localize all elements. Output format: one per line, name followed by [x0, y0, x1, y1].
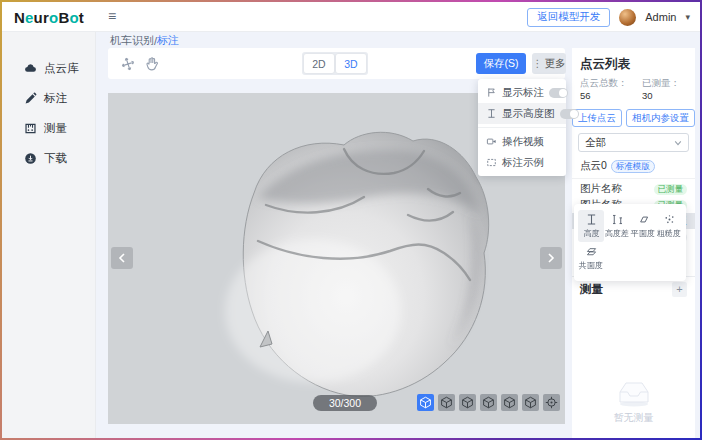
view-cube-right-button[interactable] [501, 394, 518, 411]
image-name: 图片名称 [580, 182, 654, 196]
menu-item-show-annotation[interactable]: 显示标注 [478, 82, 566, 103]
panel-divider [572, 178, 695, 179]
view-orientation-bar [417, 394, 560, 411]
next-image-button[interactable] [540, 247, 562, 269]
measured-badge: 已测量 [654, 184, 688, 195]
empty-text: 暂无测量 [614, 411, 654, 425]
view-2d-button[interactable]: 2D [304, 54, 334, 73]
tool-height-diff[interactable]: 高度差 [604, 210, 630, 242]
image-list-item[interactable]: 图片名称 已测量 [572, 181, 695, 197]
cloud-group-row[interactable]: 点云0 标准模版 [572, 152, 695, 178]
empty-box-icon [614, 378, 654, 408]
image-counter-badge: 30/300 [313, 395, 377, 411]
measured-value: 30 [642, 90, 653, 101]
tool-label: 平面度 [631, 228, 655, 239]
tool-flatness[interactable]: 平面度 [630, 210, 656, 242]
view-cube-back-button[interactable] [459, 394, 476, 411]
screenshot-frame: NeuroBot ≡ 返回模型开发 Admin ▾ 点云库 标注 测 [0, 0, 702, 440]
menu-item-annotation-example[interactable]: 标注示例 [478, 152, 566, 173]
tool-label: 粗糙度 [657, 228, 681, 239]
chevron-down-icon[interactable]: ▾ [685, 12, 690, 22]
total-label: 点云总数： [580, 77, 628, 88]
sidebar-item-download[interactable]: 下载 [2, 146, 95, 170]
tool-coplanarity[interactable]: 共面度 [578, 242, 604, 274]
sidebar-item-measure[interactable]: 测量 [2, 116, 95, 140]
chevron-down-icon [674, 139, 682, 147]
prev-image-button[interactable] [111, 247, 133, 269]
more-dropdown-menu: 显示标注 显示高度图 操作视频 标注示例 [478, 79, 566, 176]
tool-height[interactable]: 高度 [578, 210, 604, 242]
frame-icon [486, 157, 497, 168]
view-cube-iso-button[interactable] [417, 394, 434, 411]
upload-pointcloud-button[interactable]: 上传点云 [572, 109, 622, 127]
tool-label: 共面度 [579, 260, 603, 271]
pan-tool-icon[interactable] [120, 56, 136, 72]
sidebar-item-pointcloud-library[interactable]: 点云库 [2, 56, 95, 80]
height-diff-icon [611, 213, 624, 226]
more-dots-icon: ⋮ [533, 58, 543, 69]
measured-label: 已测量： [642, 77, 680, 88]
panel-stats: 点云总数：56 已测量：30 [572, 77, 695, 101]
canvas-toolbar: 2D 3D 保存(S) ⋮ 更多 [108, 48, 565, 79]
breadcrumb: 机车识别 / 标注 [110, 33, 179, 48]
app-header: NeuroBot ≡ 返回模型开发 Admin ▾ [2, 2, 700, 32]
tool-label: 高度 [583, 228, 599, 239]
sidebar-item-label: 测量 [44, 121, 67, 136]
video-icon [486, 136, 497, 147]
logo-letter-accent: o [49, 9, 58, 26]
user-name[interactable]: Admin [645, 11, 676, 23]
tool-roughness[interactable]: 粗糙度 [656, 210, 682, 242]
more-button[interactable]: ⋮ 更多 [532, 53, 566, 74]
template-badge: 标准模版 [611, 160, 655, 173]
empty-state: 暂无测量 [572, 378, 695, 425]
measure-tool-palette: 高度 高度差 平面度 粗糙度 共面度 [574, 204, 686, 281]
menu-item-label: 标注示例 [502, 156, 558, 170]
download-icon [23, 151, 37, 165]
total-value: 56 [580, 90, 591, 101]
sidebar: 点云库 标注 测量 下载 [2, 32, 96, 438]
show-heightmap-toggle[interactable] [560, 109, 579, 119]
avatar[interactable] [619, 9, 636, 26]
show-annotation-toggle[interactable] [549, 88, 568, 98]
view-reset-target-button[interactable] [543, 394, 560, 411]
logo-letter: B [58, 9, 69, 26]
menu-divider [478, 127, 566, 128]
menu-item-show-heightmap[interactable]: 显示高度图 [478, 103, 566, 124]
hand-tool-icon[interactable] [144, 56, 160, 72]
camera-intrinsics-button[interactable]: 相机内参设置 [626, 109, 695, 127]
view-cube-left-button[interactable] [480, 394, 497, 411]
menu-item-label: 显示高度图 [502, 107, 555, 121]
save-button[interactable]: 保存(S) [476, 53, 526, 74]
header-right: 返回模型开发 Admin ▾ [527, 2, 690, 32]
menu-item-label: 显示标注 [502, 86, 544, 100]
menu-item-operation-video[interactable]: 操作视频 [478, 131, 566, 152]
breadcrumb-current: 标注 [157, 33, 179, 48]
measure-icon [23, 121, 37, 135]
cloud-name: 点云0 [580, 159, 607, 173]
filter-value: 全部 [585, 136, 606, 150]
view-3d-button[interactable]: 3D [336, 54, 366, 73]
app-logo: NeuroBot [2, 2, 96, 32]
view-mode-segmented: 2D 3D [302, 52, 368, 75]
add-measure-button[interactable]: + [672, 282, 687, 297]
tool-label: 高度差 [605, 228, 629, 239]
coplanarity-icon [585, 245, 598, 258]
pointcloud-list-panel: 点云列表 点云总数：56 已测量：30 上传点云 相机内参设置 全部 点云0 标… [572, 48, 695, 438]
filter-select[interactable]: 全部 [578, 133, 689, 152]
panel-buttons: 上传点云 相机内参设置 [572, 101, 695, 133]
sidebar-item-label: 标注 [44, 91, 67, 106]
menu-fold-icon[interactable]: ≡ [108, 8, 116, 24]
measure-title: 测量 [580, 282, 603, 297]
back-to-model-dev-button[interactable]: 返回模型开发 [527, 8, 610, 27]
more-button-label: 更多 [545, 57, 566, 71]
sidebar-item-annotation[interactable]: 标注 [2, 86, 95, 110]
panel-title: 点云列表 [572, 48, 695, 77]
view-cube-top-button[interactable] [522, 394, 539, 411]
pen-icon [23, 91, 37, 105]
logo-letter-accent: o [69, 9, 78, 26]
sidebar-item-label: 下载 [44, 151, 67, 166]
breadcrumb-parent[interactable]: 机车识别 [110, 33, 154, 48]
logo-letter-accent: e [25, 9, 34, 26]
view-cube-front-button[interactable] [438, 394, 455, 411]
sidebar-item-label: 点云库 [44, 61, 79, 76]
